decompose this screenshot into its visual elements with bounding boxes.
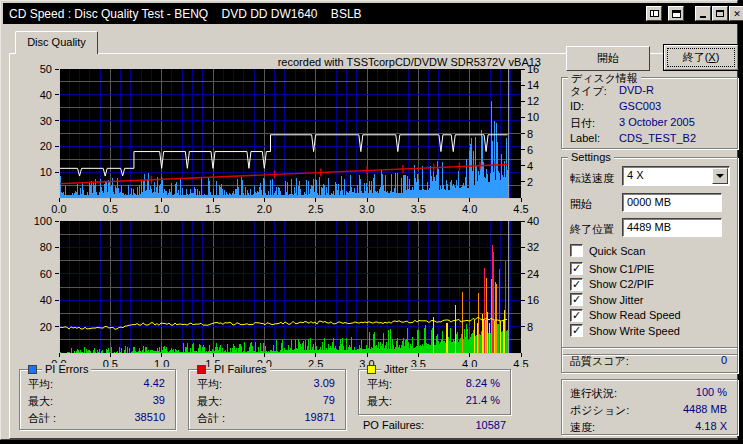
progress-panel: 進行状況:100 %ポジション:4488 MB速度:4.18 X [561,379,738,435]
checkbox-show-c2-pif[interactable]: ✓Show C2/PIF [570,278,654,291]
po-failures-value: 10587 [475,419,506,431]
svg-text:10: 10 [527,111,539,123]
svg-text:16: 16 [527,294,539,306]
start-pos-field[interactable]: 0000 MB [622,193,722,212]
svg-text:80: 80 [40,241,52,253]
svg-text:3.5: 3.5 [411,203,426,213]
speed-combobox[interactable]: 4 X [622,166,730,186]
checkbox-show-read-speed[interactable]: ✓Show Read Speed [570,309,681,322]
disc-info-id-label: ID: [570,100,584,112]
svg-text:6: 6 [527,144,533,156]
svg-text:40: 40 [40,89,52,101]
svg-text:14: 14 [527,79,539,91]
pi-failures-1-value: 79 [323,394,335,406]
jitter-0-value: 8.24 % [466,377,500,389]
pi-failures-2-value: 19871 [304,411,335,423]
progress--value: 100 % [696,386,727,398]
progress--label: 速度: [570,420,595,435]
checkbox-quick-scan[interactable]: Quick Scan [570,244,645,257]
po-failures-label: PO Failures: [363,419,424,431]
svg-text:2.5: 2.5 [308,358,323,367]
pi-failures-stats-title: PI Failures [211,363,270,375]
chevron-down-icon[interactable] [712,168,728,184]
pi-errors-1-label: 最大: [28,394,53,409]
jitter-1-value: 21.4 % [466,394,500,406]
checkbox-show-read-speed-label: Show Read Speed [589,309,681,321]
jitter-1-label: 最大: [367,394,392,409]
pi-errors-0-label: 平均: [28,377,53,392]
svg-text:4.5: 4.5 [513,203,528,213]
checkbox-show-write-speed-label: Show Write Speed [589,325,680,337]
pi-failures-jitter-chart: 204060801008162432400.00.51.01.52.02.53.… [15,213,551,367]
maximize-button[interactable] [712,6,728,21]
checkbox-show-write-speed[interactable]: ✓Show Write Speed [570,324,680,337]
svg-text:16: 16 [527,63,539,75]
svg-text:2.5: 2.5 [308,203,323,213]
checkbox-show-read-speed-box[interactable]: ✓ [570,309,583,322]
svg-text:0.5: 0.5 [103,358,118,367]
start-pos-label: 開始 [570,197,592,212]
start-button[interactable]: 開始 [566,46,650,71]
checkbox-quick-scan-label: Quick Scan [589,245,645,257]
tab-disc-quality[interactable]: Disc Quality [15,31,98,54]
checkbox-quick-scan-box[interactable] [570,244,583,257]
pi-errors-chart: 10203040502468101214160.00.51.01.52.02.5… [15,61,551,213]
checkbox-show-write-speed-box[interactable]: ✓ [570,324,583,337]
disc-info--value: 3 October 2005 [619,116,695,128]
disc-info-id-value: GSC003 [619,100,661,112]
svg-text:60: 60 [40,268,52,280]
pi-errors-stats-title: PI Errors [42,363,91,375]
progress--label: 進行状況: [570,386,617,401]
svg-text:100: 100 [34,215,52,227]
end-pos-field[interactable]: 4489 MB [622,218,722,237]
exit-button[interactable]: 終了(X) [663,44,739,71]
pi-errors-0-value: 4.42 [144,377,165,389]
checkbox-show-c1-pie[interactable]: ✓Show C1/PIE [570,262,654,275]
disc-info-label-value: CDS_TEST_B2 [619,132,696,144]
svg-text:20: 20 [40,140,52,152]
svg-text:40: 40 [40,294,52,306]
svg-text:50: 50 [40,63,52,75]
svg-text:1.5: 1.5 [205,203,220,213]
svg-text:1.0: 1.0 [154,203,169,213]
svg-text:10: 10 [40,166,52,178]
checkbox-show-jitter-box[interactable]: ✓ [570,293,583,306]
minimize-button[interactable] [695,6,711,21]
end-pos-value: 4489 MB [627,221,671,233]
pi-errors-stats: PI Errors 平均:4.42最大:39合計 :38510 [19,369,176,430]
svg-text:3.5: 3.5 [411,358,426,367]
svg-text:4.5: 4.5 [513,358,528,367]
progress--value: 4.18 X [695,420,727,432]
progress--value: 4488 MB [683,403,727,415]
close-button[interactable]: ✕ [729,6,743,21]
pi-errors-legend-icon [28,365,37,374]
svg-text:4.0: 4.0 [462,203,477,213]
pi-errors-1-value: 39 [153,394,165,406]
book-icon[interactable] [646,6,662,21]
svg-text:2.0: 2.0 [257,203,272,213]
svg-text:32: 32 [527,241,539,253]
checkbox-show-c2-pif-label: Show C2/PIF [589,278,654,290]
speed-value: 4 X [627,169,644,181]
app-window: CD Speed : Disc Quality Test - BENQ DVD … [0,0,738,440]
svg-text:4.0: 4.0 [462,358,477,367]
jitter-stats-title: Jitter [381,363,411,375]
checkbox-show-jitter[interactable]: ✓Show Jitter [570,293,643,306]
pi-errors-2-value: 38510 [134,411,165,423]
svg-text:0.0: 0.0 [51,203,66,213]
svg-text:20: 20 [40,321,52,333]
pi-failures-legend-icon [197,365,206,374]
title-bar: CD Speed : Disc Quality Test - BENQ DVD … [3,3,743,24]
save-icon[interactable] [668,6,684,21]
screen: CD Speed : Disc Quality Test - BENQ DVD … [0,0,743,444]
pi-failures-2-label: 合計 : [197,411,225,426]
svg-text:30: 30 [40,115,52,127]
checkbox-show-c2-pif-box[interactable]: ✓ [570,278,583,291]
checkbox-show-jitter-label: Show Jitter [589,294,643,306]
quality-score-panel: 品質スコア: 0 [561,347,738,373]
checkbox-show-c1-pie-box[interactable]: ✓ [570,262,583,275]
svg-text:24: 24 [527,268,539,280]
svg-text:4: 4 [527,160,533,172]
svg-text:1.0: 1.0 [154,358,169,367]
disc-info-label-label: Label: [570,132,600,144]
